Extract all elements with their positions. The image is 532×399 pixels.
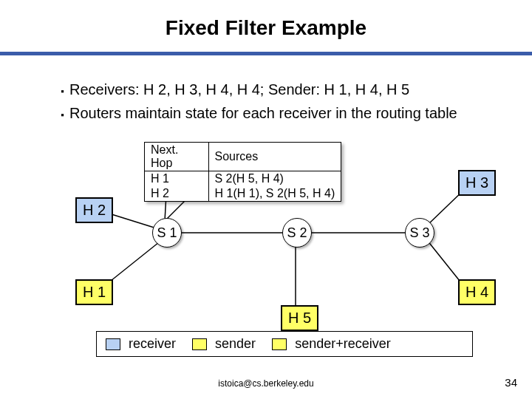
th-sources: Sources [208, 143, 341, 171]
legend-sender: sender [192, 336, 256, 352]
slide-title: Fixed Filter Example [0, 0, 532, 47]
bullet-2: Routers maintain state for each receiver… [69, 103, 492, 123]
th-nexthop: Next. Hop [145, 143, 208, 171]
svg-line-6 [427, 240, 463, 284]
bullet-list: Receivers: H 2, H 3, H 4, H 4; Sender: H… [40, 80, 492, 127]
routing-table: Next. Hop Sources H 1 S 2(H 5, H 4) H 2 … [144, 142, 341, 202]
legend-receiver-label: receiver [129, 336, 176, 351]
router-s3: S 3 [405, 218, 434, 248]
td-r2-nh: H 2 [145, 186, 208, 201]
host-h4: H 4 [458, 279, 496, 305]
td-r2-src: H 1(H 1), S 2(H 5, H 4) [208, 186, 341, 201]
swatch-both [272, 338, 287, 350]
swatch-receiver [106, 338, 120, 350]
host-h5: H 5 [281, 305, 318, 331]
td-r1-src: S 2(H 5, H 4) [208, 171, 341, 187]
host-h3: H 3 [458, 170, 496, 196]
router-s2: S 2 [282, 218, 312, 248]
bullet-1: Receivers: H 2, H 3, H 4, H 4; Sender: H… [69, 80, 492, 99]
legend-both: sender+receiver [272, 336, 391, 352]
td-r1-nh: H 1 [145, 171, 208, 187]
host-h1: H 1 [75, 279, 113, 305]
footer-email: istoica@cs.berkeley.edu [0, 378, 532, 389]
legend-receiver: receiver [106, 336, 176, 352]
swatch-sender [192, 338, 207, 350]
router-s1: S 1 [152, 218, 182, 248]
title-rule [0, 52, 532, 55]
legend-both-label: sender+receiver [295, 336, 391, 351]
host-h2: H 2 [75, 197, 113, 223]
legend-box: receiver sender sender+receiver [96, 331, 473, 357]
legend-sender-label: sender [215, 336, 256, 351]
footer-page: 34 [505, 376, 517, 389]
